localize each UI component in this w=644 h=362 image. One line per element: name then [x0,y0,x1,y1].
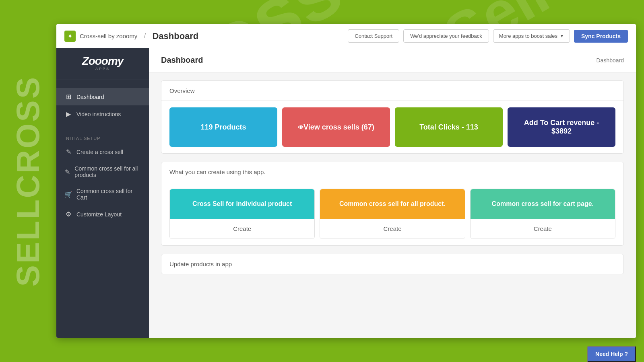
left-text-cross: CROSS [12,76,44,198]
create-card-cart-page-top: Common cross sell for cart page. [471,189,615,219]
create-card-all-products[interactable]: Common cross sell for all product. Creat… [320,189,465,239]
create-card-individual-bottom[interactable]: Create [170,219,314,239]
stat-revenue-label: Add To Cart revenue - $3892 [516,119,607,136]
sidebar-label-customize: Customize Layout [76,211,122,218]
create-cards: Cross Sell for individual product Create… [169,189,615,239]
app-name: Cross-sell by zooomy [80,33,137,39]
sidebar-nav: ⊞ Dashboard ▶ Video instructions INITIAL… [56,83,149,338]
chevron-down-icon: ▼ [560,34,564,38]
sidebar-logo-area: Zooomy APPS [56,48,149,76]
sidebar-item-common-cart[interactable]: 🛒 Common cross sell for Cart [56,183,149,206]
app-container: ✦ Cross-sell by zooomy / Dashboard Conta… [56,24,636,338]
update-header: Update products in app [161,254,623,274]
contact-support-button[interactable]: Contact Support [348,29,399,43]
sidebar-logo-text: Zooomy [60,56,145,67]
dashboard-icon: ⊞ [64,93,72,101]
create-card-cart-page[interactable]: Common cross sell for cart page. Create [470,189,615,239]
sidebar-label-common-cross-sell: Common cross sell for all products [74,165,141,178]
sidebar-label-common-cart: Common cross sell for Cart [76,188,141,201]
overview-stats: 119 Products View cross sells (67) Total… [169,107,615,147]
sidebar-label-create-cross-sell: Create a cross sell [76,149,123,155]
breadcrumb-nav: Dashboard [597,57,624,64]
overview-section: Overview 119 Products View cross sells (… [161,80,624,154]
sidebar-item-create-cross-sell[interactable]: ✎ Create a cross sell [56,143,149,160]
more-apps-button[interactable]: More apps to boost sales ▼ [493,29,570,43]
left-decoration: CROSS SELL [0,0,56,362]
sidebar-item-customize[interactable]: ⚙ Customize Layout [56,206,149,223]
overview-header: Overview [161,81,623,101]
stat-total-clicks-label: Total Clicks - 113 [419,123,478,132]
stat-cross-sells-label: View cross sells (67) [303,123,374,132]
create-card-all-products-top: Common cross sell for all product. [320,189,464,219]
edit-icon-1: ✎ [64,148,72,156]
main-layout: Zooomy APPS ⊞ Dashboard ▶ Video instruct… [56,48,636,338]
stat-products[interactable]: 119 Products [169,107,277,147]
app-logo-icon: ✦ [64,31,76,42]
sidebar: Zooomy APPS ⊞ Dashboard ▶ Video instruct… [56,48,149,338]
header-page-title: Dashboard [152,31,198,41]
top-header: ✦ Cross-sell by zooomy / Dashboard Conta… [56,24,636,48]
eye-icon [298,123,303,132]
edit-icon-2: ✎ [64,168,70,176]
create-card-all-products-bottom[interactable]: Create [320,219,464,239]
cart-icon: 🛒 [64,191,72,198]
sidebar-item-video[interactable]: ▶ Video instructions [56,105,149,123]
create-section: What you can create using this app. Cros… [161,162,624,246]
overview-body: 119 Products View cross sells (67) Total… [161,101,623,153]
stat-products-label: 119 Products [200,123,246,132]
create-card-individual-top: Cross Sell for individual product [170,189,314,219]
sidebar-logo-sub: APPS [60,67,145,71]
gear-icon: ⚙ [64,210,72,218]
sidebar-item-dashboard[interactable]: ⊞ Dashboard [56,88,149,105]
update-header-label: Update products in app [169,261,232,267]
sidebar-label-dashboard: Dashboard [76,94,104,100]
video-icon: ▶ [64,110,72,118]
left-text-sell: SELL [12,198,44,286]
content-area: Dashboard Dashboard Overview 119 Product… [149,48,636,338]
sidebar-item-common-cross-sell[interactable]: ✎ Common cross sell for all products [56,160,149,183]
stat-revenue[interactable]: Add To Cart revenue - $3892 [508,107,615,147]
more-apps-label: More apps to boost sales [499,33,557,39]
create-card-individual[interactable]: Cross Sell for individual product Create [169,189,315,239]
breadcrumb-separator: / [144,32,146,40]
create-body: Cross Sell for individual product Create… [161,182,623,245]
content-header: Dashboard Dashboard [149,48,636,72]
create-header: What you can create using this app. [161,162,623,182]
sidebar-divider-2 [56,126,149,126]
content-page-title: Dashboard [161,56,203,65]
sidebar-label-video: Video instructions [76,111,121,117]
sync-products-button[interactable]: Sync Products [574,30,628,43]
sidebar-section-label: INITIAL SETUP [56,130,149,143]
content-body: Overview 119 Products View cross sells (… [149,72,636,282]
update-section: Update products in app [161,254,624,274]
create-card-cart-page-bottom[interactable]: Create [471,219,615,239]
stat-total-clicks[interactable]: Total Clicks - 113 [395,107,503,147]
feedback-button[interactable]: We'd appreciate your feedback [403,29,489,43]
stat-cross-sells[interactable]: View cross sells (67) [282,107,390,147]
sidebar-divider-1 [56,80,149,80]
